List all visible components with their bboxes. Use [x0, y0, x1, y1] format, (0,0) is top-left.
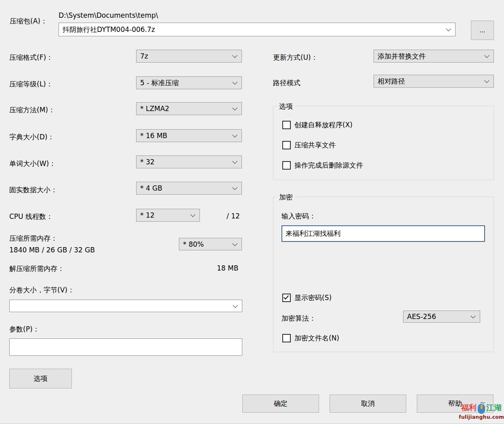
method-value: * LZMA2 [140, 105, 169, 113]
encryption-group: 加密 输入密码： 来福利江湖找福利 显示密码(S) 加密算法： AES-256 … [273, 197, 494, 352]
checkbox-icon [282, 294, 291, 302]
dictionary-value: * 16 MB [140, 132, 167, 140]
cancel-button[interactable]: 取消 [330, 395, 406, 413]
volume-size-label: 分卷大小，字节(V)： [9, 285, 74, 295]
chevron-down-icon [232, 105, 237, 111]
password-value: 来福利江湖找福利 [286, 229, 340, 238]
path-mode-label: 路径模式 [273, 78, 300, 88]
chevron-down-icon [470, 313, 476, 319]
word-size-value: * 32 [140, 158, 155, 166]
cpu-threads-dropdown[interactable]: * 12 [136, 209, 200, 222]
memory-compress-label: 压缩所需内存： [9, 234, 57, 243]
ok-button[interactable]: 确定 [242, 395, 319, 413]
solid-block-label: 固实数据大小： [9, 185, 57, 195]
solid-block-dropdown[interactable]: * 4 GB [136, 182, 242, 195]
show-password-checkbox[interactable]: 显示密码(S) [282, 293, 332, 302]
chevron-down-icon [446, 26, 451, 31]
create-sfx-checkbox[interactable]: 创建自释放程序(X) [282, 120, 353, 130]
volume-size-combobox[interactable] [9, 300, 242, 312]
password-label: 输入密码： [281, 212, 316, 221]
archive-label: 压缩包(A)： [10, 17, 47, 26]
watermark-logo: 福利 〜 江湖 fulijianghu.com [459, 402, 504, 420]
encryption-group-title: 加密 [277, 193, 295, 202]
chevron-down-icon [232, 185, 237, 190]
parameters-label: 参数(P)： [9, 325, 40, 334]
update-mode-label: 更新方式(U)： [273, 53, 318, 62]
update-mode-value: 添加并替换文件 [378, 52, 426, 61]
archive-dir-path: D:\System\Documents\temp\ [59, 11, 158, 19]
checkbox-icon [282, 161, 291, 170]
parameters-input[interactable] [9, 338, 242, 356]
password-input[interactable]: 来福利江湖找福利 [281, 225, 485, 242]
word-size-label: 单词大小(W)： [9, 159, 56, 168]
options-group-title: 选项 [277, 102, 295, 111]
cpu-threads-label: CPU 线程数： [9, 212, 53, 221]
chevron-down-icon [484, 53, 489, 58]
chevron-down-icon [232, 132, 237, 138]
level-dropdown[interactable]: 5 - 标准压缩 [136, 76, 242, 89]
solid-block-value: * 4 GB [140, 184, 162, 192]
delete-after-checkbox[interactable]: 操作完成后删除源文件 [282, 161, 363, 170]
watermark-word1: 福利 [461, 403, 477, 413]
update-mode-dropdown[interactable]: 添加并替换文件 [374, 50, 494, 63]
chevron-down-icon [484, 78, 489, 83]
watermark-url: fulijianghu.com [459, 414, 504, 420]
dictionary-label: 字典大小(D)： [9, 132, 54, 142]
encryption-method-dropdown[interactable]: AES-256 [403, 311, 480, 323]
chevron-down-icon [232, 159, 237, 164]
memory-percent-dropdown[interactable]: * 80% [179, 238, 242, 250]
method-label: 压缩方法(M)： [9, 105, 55, 115]
memory-decompress-label: 解压缩所需内存： [9, 264, 64, 273]
checkbox-icon [282, 121, 291, 129]
word-size-dropdown[interactable]: * 32 [136, 155, 242, 168]
watermark-word2: 江湖 [486, 403, 502, 413]
create-sfx-label: 创建自释放程序(X) [294, 120, 353, 130]
path-mode-value: 相对路径 [378, 77, 405, 86]
method-dropdown[interactable]: * LZMA2 [136, 102, 242, 115]
mouse-icon: 〜 [477, 402, 486, 414]
format-label: 压缩格式(F)： [9, 53, 53, 62]
archive-name-combobox[interactable]: 抖阴旅行社DYTM004-006.7z [59, 23, 456, 36]
chevron-down-icon [232, 241, 237, 246]
chevron-down-icon [233, 302, 238, 308]
encrypt-names-label: 加密文件名(N) [294, 334, 339, 343]
compress-shared-label: 压缩共享文件 [294, 141, 336, 150]
format-dropdown[interactable]: 7z [136, 50, 242, 63]
encrypt-names-checkbox[interactable]: 加密文件名(N) [282, 334, 339, 343]
level-value: 5 - 标准压缩 [140, 78, 179, 88]
chevron-down-icon [232, 53, 237, 58]
memory-decompress-value: 18 MB [217, 264, 238, 272]
memory-compress-value: 1840 MB / 26 GB / 32 GB [9, 246, 95, 254]
path-mode-dropdown[interactable]: 相对路径 [374, 75, 494, 88]
compress-shared-checkbox[interactable]: 压缩共享文件 [282, 141, 336, 150]
chevron-down-icon [190, 212, 195, 217]
cpu-threads-value: * 12 [140, 211, 155, 219]
encryption-method-value: AES-256 [407, 313, 436, 321]
show-password-label: 显示密码(S) [294, 293, 332, 302]
archive-name-value: 抖阴旅行社DYTM004-006.7z [63, 25, 155, 34]
dictionary-dropdown[interactable]: * 16 MB [136, 129, 242, 142]
options-button[interactable]: 选项 [9, 369, 72, 388]
memory-percent-value: * 80% [183, 240, 204, 248]
checkbox-icon [282, 141, 291, 149]
chevron-down-icon [232, 80, 237, 85]
format-value: 7z [140, 52, 148, 60]
encryption-method-label: 加密算法： [281, 314, 316, 323]
level-label: 压缩等级(L)： [9, 80, 53, 89]
add-to-archive-dialog: 压缩包(A)： D:\System\Documents\temp\ 抖阴旅行社D… [0, 0, 504, 424]
delete-after-label: 操作完成后删除源文件 [294, 161, 363, 170]
cpu-threads-max: / 12 [227, 212, 240, 220]
options-group: 选项 创建自释放程序(X) 压缩共享文件 操作完成后删除源文件 [273, 106, 494, 180]
browse-button[interactable]: ... [471, 21, 494, 40]
checkbox-icon [282, 334, 291, 342]
